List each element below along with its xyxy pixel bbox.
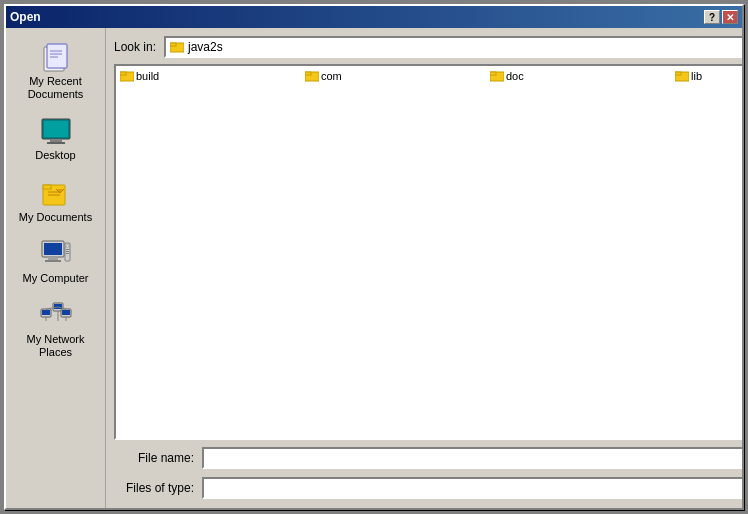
close-button[interactable]: ✕ bbox=[722, 10, 738, 24]
title-bar-buttons: ? ✕ bbox=[704, 10, 738, 24]
sidebar-item-computer[interactable]: My Computer bbox=[11, 233, 101, 290]
sidebar-item-recent[interactable]: My Recent Documents bbox=[11, 36, 101, 106]
svg-rect-53 bbox=[675, 72, 681, 75]
desktop-icon bbox=[40, 115, 72, 147]
look-in-combo-content: java2s bbox=[170, 40, 223, 54]
help-button[interactable]: ? bbox=[704, 10, 720, 24]
file-name: doc bbox=[506, 70, 524, 82]
list-item[interactable]: build bbox=[118, 68, 303, 84]
file-name: build bbox=[136, 70, 159, 82]
svg-rect-6 bbox=[44, 121, 68, 137]
svg-rect-16 bbox=[45, 260, 61, 262]
svg-rect-51 bbox=[490, 72, 496, 75]
dialog-title: Open bbox=[10, 10, 41, 24]
recent-label: My Recent Documents bbox=[14, 75, 98, 101]
bottom-area: File name: ▼ Open Files of type: ▼ Cance… bbox=[114, 446, 742, 500]
file-list-scroll[interactable]: build com doc lib PHP src SVG GIF 1.gif … bbox=[116, 66, 742, 438]
recent-icon bbox=[40, 41, 72, 73]
svg-rect-21 bbox=[66, 253, 69, 254]
computer-label: My Computer bbox=[22, 272, 88, 285]
filetype-label: Files of type: bbox=[114, 481, 194, 495]
look-in-combo[interactable]: java2s ▼ bbox=[164, 36, 742, 58]
svg-point-18 bbox=[66, 244, 69, 247]
look-in-label: Look in: bbox=[114, 40, 156, 54]
computer-icon bbox=[40, 238, 72, 270]
sidebar: My Recent Documents Desktop bbox=[6, 28, 106, 508]
open-dialog: Open ? ✕ My Recent Documents bbox=[4, 4, 744, 510]
svg-rect-14 bbox=[44, 243, 62, 255]
filetype-input[interactable] bbox=[208, 481, 742, 495]
sidebar-item-documents[interactable]: My Documents bbox=[11, 172, 101, 229]
sidebar-item-network[interactable]: My Network Places bbox=[11, 294, 101, 364]
desktop-label: Desktop bbox=[35, 149, 75, 162]
svg-rect-8 bbox=[47, 142, 65, 144]
filename-label: File name: bbox=[114, 451, 194, 465]
filename-row: File name: ▼ Open bbox=[114, 446, 742, 470]
look-in-value: java2s bbox=[188, 40, 223, 54]
svg-rect-47 bbox=[120, 72, 126, 75]
svg-rect-19 bbox=[66, 249, 69, 250]
svg-rect-15 bbox=[48, 257, 58, 260]
sidebar-item-desktop[interactable]: Desktop bbox=[11, 110, 101, 167]
title-bar: Open ? ✕ bbox=[6, 6, 742, 28]
file-name: lib bbox=[691, 70, 702, 82]
filetype-row: Files of type: ▼ Cancel bbox=[114, 476, 742, 500]
file-list: build com doc lib PHP src SVG GIF 1.gif … bbox=[116, 66, 742, 376]
documents-icon bbox=[40, 177, 72, 209]
svg-rect-23 bbox=[42, 310, 50, 315]
filename-input[interactable] bbox=[208, 451, 742, 465]
list-item[interactable]: lib bbox=[673, 68, 742, 84]
svg-rect-7 bbox=[50, 139, 62, 142]
network-icon bbox=[40, 299, 72, 331]
list-item[interactable]: com bbox=[303, 68, 488, 84]
dialog-content: My Recent Documents Desktop bbox=[6, 28, 742, 508]
toolbar-row: Look in: java2s ▼ bbox=[114, 36, 742, 58]
svg-rect-10 bbox=[43, 185, 51, 189]
svg-rect-49 bbox=[305, 72, 311, 75]
svg-rect-27 bbox=[62, 310, 70, 315]
filename-input-wrapper: ▼ bbox=[202, 447, 742, 469]
documents-label: My Documents bbox=[19, 211, 92, 224]
folder-combo-icon bbox=[170, 41, 184, 53]
svg-rect-1 bbox=[47, 44, 67, 68]
svg-rect-34 bbox=[170, 43, 176, 46]
filetype-input-wrapper: ▼ bbox=[202, 477, 742, 499]
svg-rect-25 bbox=[54, 304, 62, 309]
file-name: com bbox=[321, 70, 342, 82]
list-item[interactable]: doc bbox=[488, 68, 673, 84]
file-list-container: build com doc lib PHP src SVG GIF 1.gif … bbox=[114, 64, 742, 440]
svg-rect-20 bbox=[66, 251, 69, 252]
network-label: My Network Places bbox=[14, 333, 98, 359]
main-area: Look in: java2s ▼ bbox=[106, 28, 742, 508]
